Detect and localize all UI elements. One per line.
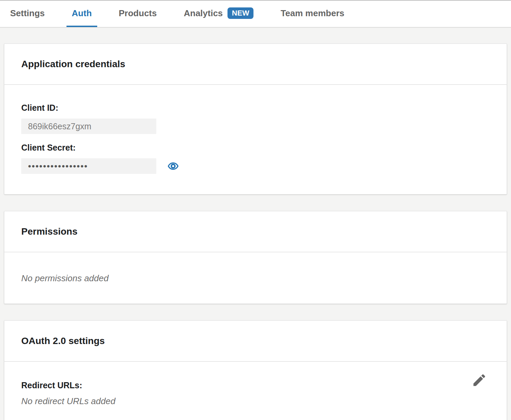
pencil-icon (472, 372, 487, 388)
oauth-settings-title: OAuth 2.0 settings (21, 336, 490, 346)
tab-settings-label: Settings (10, 8, 45, 19)
reveal-secret-button[interactable] (167, 160, 179, 172)
redirect-urls-label: Redirect URLs: (21, 380, 490, 390)
permissions-header: Permissions (4, 211, 507, 252)
card-permissions: Permissions No permissions added (4, 211, 507, 304)
tab-analytics[interactable]: Analytics NEW (178, 1, 259, 27)
tab-auth-label: Auth (72, 8, 92, 19)
application-credentials-body: Client ID: Client Secret: (4, 85, 507, 194)
tab-auth[interactable]: Auth (66, 1, 97, 27)
tab-team-members[interactable]: Team members (275, 1, 350, 27)
card-application-credentials: Application credentials Client ID: Clien… (4, 44, 507, 194)
client-id-field[interactable] (21, 119, 156, 134)
permissions-title: Permissions (21, 226, 490, 237)
application-credentials-header: Application credentials (4, 44, 507, 84)
application-credentials-title: Application credentials (21, 59, 490, 70)
client-secret-field[interactable] (21, 158, 156, 174)
tab-products-label: Products (119, 8, 157, 19)
client-secret-label: Client Secret: (21, 143, 490, 152)
new-badge: NEW (227, 7, 253, 19)
tab-bar: Settings Auth Products Analytics NEW Tea… (0, 0, 511, 28)
client-id-label: Client ID: (21, 103, 490, 112)
tab-products[interactable]: Products (113, 1, 162, 27)
oauth-settings-header: OAuth 2.0 settings (4, 321, 507, 361)
eye-icon (167, 160, 179, 172)
page-content: Application credentials Client ID: Clien… (0, 28, 511, 420)
tab-team-members-label: Team members (280, 8, 344, 19)
permissions-body: No permissions added (4, 252, 507, 304)
no-redirect-urls-text: No redirect URLs added (21, 396, 490, 406)
no-permissions-text: No permissions added (21, 273, 490, 283)
client-secret-row (21, 158, 490, 174)
tab-settings[interactable]: Settings (5, 1, 50, 27)
tab-analytics-label: Analytics (184, 8, 223, 19)
edit-redirect-urls-button[interactable] (472, 372, 487, 388)
card-oauth-settings: OAuth 2.0 settings Redirect URLs: No red… (4, 320, 507, 420)
oauth-settings-body: Redirect URLs: No redirect URLs added (4, 362, 507, 420)
